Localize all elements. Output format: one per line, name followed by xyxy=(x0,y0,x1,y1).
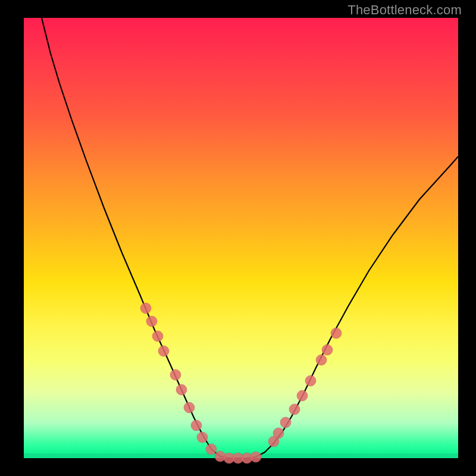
curve-dot xyxy=(206,444,217,455)
curve-dot xyxy=(158,346,169,356)
curve-dot xyxy=(322,345,333,355)
curve-dot xyxy=(176,384,187,395)
curve-dots-group xyxy=(140,303,342,464)
bottleneck-chart xyxy=(24,18,458,458)
bottleneck-curve xyxy=(42,18,458,458)
curve-dot xyxy=(152,331,163,342)
curve-dot xyxy=(305,375,316,386)
curve-dot xyxy=(184,402,195,413)
curve-dot xyxy=(289,404,300,415)
curve-dot xyxy=(273,428,284,439)
watermark-text: TheBottleneck.com xyxy=(347,2,462,18)
curve-dot xyxy=(250,452,261,462)
curve-dot xyxy=(170,369,181,380)
curve-dot xyxy=(316,355,327,365)
curve-dot xyxy=(280,417,291,428)
curve-dot xyxy=(331,328,342,339)
curve-dot xyxy=(191,420,202,431)
curve-dot xyxy=(297,390,308,401)
curve-dot xyxy=(197,432,208,443)
curve-dot xyxy=(146,316,157,327)
curve-dot xyxy=(140,303,151,314)
